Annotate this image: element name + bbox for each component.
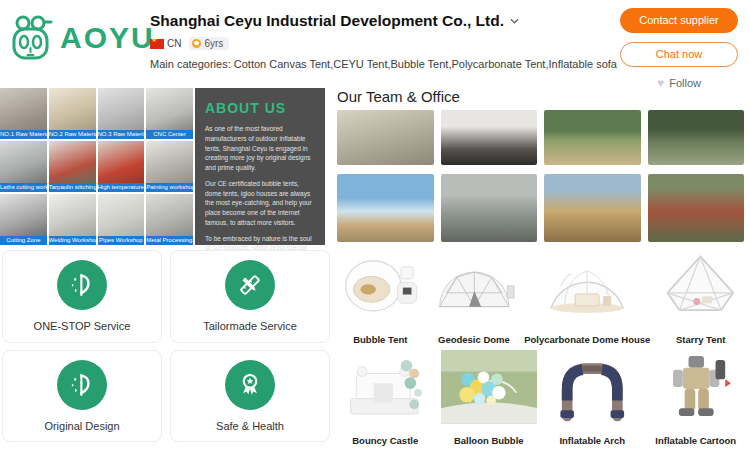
balloon-bubble-image: [441, 349, 538, 425]
product-label: Inflatable Arch: [544, 435, 641, 446]
contact-supplier-button[interactable]: Contact supplier: [620, 8, 738, 33]
company-title-block: Shanghai Ceyu Industrial Development Co.…: [150, 12, 617, 70]
about-us-panel: ABOUT US As one of the most favored manu…: [195, 88, 325, 245]
team-photo-building[interactable]: [337, 174, 434, 242]
product-card-bubble-tent[interactable]: Bubble Tent: [337, 246, 424, 345]
factory-photo-caption: Painting workshop: [146, 183, 193, 192]
service-card-one-stop: ONE-STOP Service: [2, 250, 162, 343]
factory-photo: Laths cutting workshop: [0, 141, 47, 192]
logo-wordmark: AOYU: [60, 21, 155, 55]
factory-photo-caption: CNC Center: [146, 130, 193, 139]
factory-photo: NO.1 Raw Material Workshop: [0, 88, 47, 139]
factory-photo: Cutting Zone: [0, 194, 47, 245]
product-label: Starry Tent: [657, 334, 744, 345]
about-paragraph: As one of the most favored manufacturers…: [205, 124, 315, 173]
country-badge: ★ CN: [150, 38, 181, 49]
factory-collage: NO.1 Raw Material Workshop NO.2 Raw Mate…: [0, 88, 193, 245]
team-photo-workshop-crew[interactable]: [441, 174, 538, 242]
china-flag-icon: ★: [150, 39, 164, 49]
factory-photo: Pipes Workshop: [98, 194, 145, 245]
factory-photo: NO.3 Raw Material Workshop: [98, 88, 145, 139]
years-badge: 6yrs: [189, 37, 229, 50]
follow-button[interactable]: ♥ Follow: [618, 76, 740, 90]
factory-photo-caption: Laths cutting workshop: [0, 183, 47, 192]
factory-photo-caption: Welding Workshop: [49, 236, 96, 245]
service-label: Safe & Health: [216, 420, 284, 432]
page-header: AOYU Shanghai Ceyu Industrial Developmen…: [0, 0, 750, 86]
polycarbonate-dome-image: [524, 246, 650, 324]
inflatable-cartoon-image: [648, 349, 745, 425]
follow-label: Follow: [669, 77, 701, 89]
product-label: Bubble Tent: [337, 334, 424, 345]
about-title: ABOUT US: [205, 100, 315, 116]
factory-photo: NO.2 Raw Material Workshop: [49, 88, 96, 139]
inflatable-arch-image: [544, 349, 641, 425]
company-logo[interactable]: AOYU: [10, 14, 155, 62]
service-card-tailormade: Tailormade Service: [170, 250, 330, 343]
aoyu-mascot-icon: [10, 14, 54, 62]
team-photo-office[interactable]: [337, 110, 434, 165]
about-paragraph: Our CE certificated bubble tents, dome t…: [205, 179, 315, 228]
factory-photo-caption: NO.3 Raw Material Workshop: [98, 130, 145, 139]
product-label: Geodesic Dome: [431, 334, 518, 345]
bouncy-castle-image: [337, 349, 434, 425]
team-photo-group-trees[interactable]: [648, 110, 745, 165]
header-actions: Contact supplier Chat now ♥ Follow: [618, 8, 740, 90]
ruler-pencil-icon: [225, 260, 275, 310]
team-photo-outing-beach[interactable]: [544, 110, 641, 165]
product-card-inflatable-cartoon[interactable]: Inflatable Cartoon: [648, 349, 745, 446]
main-categories: Main categories: Cotton Canvas Tent,CEYU…: [150, 58, 617, 70]
service-cards: ONE-STOP Service Tailormade Service: [2, 250, 330, 442]
medal-icon: [225, 360, 275, 410]
magic-wand-icon: [57, 360, 107, 410]
factory-photo-caption: NO.1 Raw Material Workshop: [0, 130, 47, 139]
factory-photo: Welding Workshop: [49, 194, 96, 245]
product-card-starry-tent[interactable]: Starry Tent: [657, 246, 744, 345]
heart-icon: ♥: [657, 76, 664, 90]
chat-now-button[interactable]: Chat now: [620, 42, 738, 67]
service-card-original-design: Original Design: [2, 350, 162, 443]
team-photo-park-gate[interactable]: [544, 174, 641, 242]
company-badges: ★ CN 6yrs: [150, 37, 617, 50]
factory-photo: Painting workshop: [146, 141, 193, 192]
product-label: Bouncy Castle: [337, 435, 434, 446]
factory-photo-caption: Metal Processing Workshop: [146, 236, 193, 245]
product-grid-row2: Bouncy Castle Balloon Bubble: [337, 349, 744, 446]
service-card-safe-health: Safe & Health: [170, 350, 330, 443]
service-label: Original Design: [44, 420, 119, 432]
factory-photo-caption: High temperature welding shop: [98, 183, 145, 192]
company-name: Shanghai Ceyu Industrial Development Co.…: [150, 12, 504, 30]
geodesic-dome-image: [431, 246, 518, 324]
starry-tent-image: [657, 246, 744, 324]
factory-photo: CNC Center: [146, 88, 193, 139]
years-badge-label: 6yrs: [204, 38, 223, 49]
factory-photo-caption: Pipes Workshop: [98, 236, 145, 245]
factory-photo-caption: Cutting Zone: [0, 236, 47, 245]
product-label: Inflatable Cartoon: [648, 435, 745, 446]
service-label: ONE-STOP Service: [34, 320, 131, 332]
product-grid-row1: Bubble Tent Geodesic Dome Polycarbonate …: [337, 246, 744, 345]
magic-wand-icon: [57, 260, 107, 310]
factory-photo: High temperature welding shop: [98, 141, 145, 192]
chevron-down-icon[interactable]: [510, 18, 519, 24]
country-code: CN: [167, 38, 181, 49]
product-card-geodesic-dome[interactable]: Geodesic Dome: [431, 246, 518, 345]
team-section-title: Our Team & Office: [337, 88, 460, 105]
team-photo-group-suits[interactable]: [441, 110, 538, 165]
product-label: Balloon Bubble: [441, 435, 538, 446]
product-card-inflatable-arch[interactable]: Inflatable Arch: [544, 349, 641, 446]
team-photo-grid: [337, 110, 744, 242]
team-photo-banner-group[interactable]: [648, 174, 745, 242]
factory-photo: Tarpaulin stitching workshop: [49, 141, 96, 192]
supplier-page: AOYU Shanghai Ceyu Industrial Developmen…: [0, 0, 750, 450]
supplier-medal-icon: [192, 39, 201, 48]
product-card-bouncy-castle[interactable]: Bouncy Castle: [337, 349, 434, 446]
factory-photo: Metal Processing Workshop: [146, 194, 193, 245]
company-name-dropdown[interactable]: Shanghai Ceyu Industrial Development Co.…: [150, 12, 617, 30]
bubble-tent-image: [337, 246, 424, 324]
product-card-polycarbonate-dome[interactable]: Polycarbonate Dome House: [524, 246, 650, 345]
factory-photo-caption: NO.2 Raw Material Workshop: [49, 130, 96, 139]
service-label: Tailormade Service: [203, 320, 297, 332]
product-label: Polycarbonate Dome House: [524, 334, 650, 345]
product-card-balloon-bubble[interactable]: Balloon Bubble: [441, 349, 538, 446]
